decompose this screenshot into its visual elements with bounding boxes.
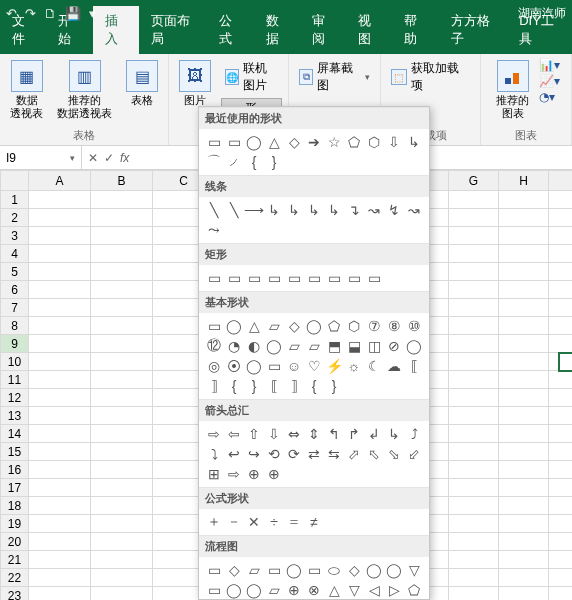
cell[interactable] xyxy=(29,299,91,317)
shape-item[interactable]: ▭ xyxy=(225,269,243,287)
shape-item[interactable]: － xyxy=(225,513,243,531)
cell[interactable] xyxy=(499,353,549,371)
cell[interactable] xyxy=(29,407,91,425)
cell[interactable] xyxy=(91,425,153,443)
cell[interactable] xyxy=(29,425,91,443)
cell[interactable] xyxy=(449,515,499,533)
col-header[interactable]: A xyxy=(29,171,91,191)
shape-item[interactable]: ↳ xyxy=(265,201,283,219)
cell[interactable] xyxy=(29,371,91,389)
cell[interactable] xyxy=(91,407,153,425)
chart-type-icon[interactable]: ◔▾ xyxy=(539,90,560,104)
row-header[interactable]: 20 xyxy=(1,533,29,551)
tab-help[interactable]: 帮助 xyxy=(392,6,438,54)
shape-item[interactable]: ↳ xyxy=(285,201,303,219)
shape-item[interactable]: ⇧ xyxy=(245,425,263,443)
shape-item[interactable]: ⑫ xyxy=(205,337,223,355)
get-addins-button[interactable]: ⬚ 获取加载项 xyxy=(387,58,474,96)
row-header[interactable]: 19 xyxy=(1,515,29,533)
col-header[interactable]: H xyxy=(499,171,549,191)
cell[interactable] xyxy=(499,587,549,601)
shape-item[interactable]: ≠ xyxy=(305,513,323,531)
cell[interactable] xyxy=(549,533,573,551)
cell[interactable] xyxy=(29,551,91,569)
cell[interactable] xyxy=(449,353,499,371)
shape-item[interactable]: ⬃ xyxy=(405,445,423,463)
shape-item[interactable]: ＝ xyxy=(285,513,303,531)
shape-item[interactable]: ↩ xyxy=(225,445,243,463)
cell[interactable] xyxy=(449,587,499,601)
redo-icon[interactable]: ↷ xyxy=(25,6,36,21)
shape-item[interactable]: △ xyxy=(265,133,283,151)
screenshot-button[interactable]: ⧉ 屏幕截图 ▾ xyxy=(295,58,374,96)
cell[interactable] xyxy=(499,479,549,497)
shape-item[interactable]: ▱ xyxy=(265,581,283,599)
shape-item[interactable]: ⇔ xyxy=(285,425,303,443)
shape-item[interactable]: ↯ xyxy=(385,201,403,219)
cell[interactable] xyxy=(91,443,153,461)
cell[interactable] xyxy=(91,389,153,407)
cell[interactable] xyxy=(449,461,499,479)
cell[interactable] xyxy=(499,461,549,479)
cell[interactable] xyxy=(549,299,573,317)
cell[interactable] xyxy=(549,551,573,569)
shape-item[interactable]: ↳ xyxy=(405,133,423,151)
row-header[interactable]: 15 xyxy=(1,443,29,461)
shape-item[interactable]: ⬁ xyxy=(365,445,383,463)
shape-item[interactable]: ↳ xyxy=(305,201,323,219)
tab-formulas[interactable]: 公式 xyxy=(207,6,253,54)
row-header[interactable]: 18 xyxy=(1,497,29,515)
new-icon[interactable]: 🗋 xyxy=(44,6,57,21)
shape-item[interactable]: ▭ xyxy=(365,269,383,287)
shape-item[interactable]: ⑦ xyxy=(365,317,383,335)
row-header[interactable]: 14 xyxy=(1,425,29,443)
row-header[interactable]: 16 xyxy=(1,461,29,479)
recommended-pivot-button[interactable]: ▥ 推荐的 数据透视表 xyxy=(53,58,116,122)
cell[interactable] xyxy=(499,569,549,587)
shape-item[interactable]: ⬀ xyxy=(345,445,363,463)
shape-item[interactable]: ◯ xyxy=(245,581,263,599)
cell[interactable] xyxy=(29,479,91,497)
shape-item[interactable]: ⊞ xyxy=(205,465,223,483)
shape-item[interactable]: ☆ xyxy=(325,133,343,151)
table-button[interactable]: ▤ 表格 xyxy=(122,58,162,109)
shape-item[interactable]: ◎ xyxy=(205,357,223,375)
cell[interactable] xyxy=(449,425,499,443)
shape-item[interactable]: ⟦ xyxy=(265,377,283,395)
cell[interactable] xyxy=(29,209,91,227)
cell[interactable] xyxy=(549,371,573,389)
cell[interactable] xyxy=(549,587,573,601)
cell[interactable] xyxy=(29,497,91,515)
shape-item[interactable]: ◯ xyxy=(285,561,303,579)
shape-item[interactable]: ⟲ xyxy=(265,445,283,463)
cell[interactable] xyxy=(91,335,153,353)
cell[interactable] xyxy=(29,335,91,353)
tab-ffgz[interactable]: 方方格子 xyxy=(439,6,508,54)
shape-item[interactable]: ▭ xyxy=(325,269,343,287)
shape-item[interactable]: ↝ xyxy=(365,201,383,219)
cell[interactable] xyxy=(499,317,549,335)
shape-item[interactable]: ⑧ xyxy=(385,317,403,335)
cell[interactable] xyxy=(91,479,153,497)
shape-item[interactable]: ⬒ xyxy=(325,337,343,355)
shape-item[interactable]: ✕ xyxy=(245,513,263,531)
shape-item[interactable]: ⇩ xyxy=(265,425,283,443)
shape-item[interactable]: ⇆ xyxy=(325,445,343,463)
shape-item[interactable]: ⇩ xyxy=(385,133,403,151)
shape-item[interactable]: ◯ xyxy=(265,337,283,355)
row-header[interactable]: 23 xyxy=(1,587,29,601)
shape-item[interactable]: } xyxy=(325,377,343,395)
qat-more-icon[interactable]: ▾ xyxy=(89,6,96,21)
tab-pagelayout[interactable]: 页面布局 xyxy=(139,6,208,54)
shape-item[interactable]: ↰ xyxy=(325,425,343,443)
shape-item[interactable]: ◇ xyxy=(285,317,303,335)
shape-item[interactable]: ⬡ xyxy=(365,133,383,151)
cell[interactable] xyxy=(449,389,499,407)
cell[interactable] xyxy=(499,227,549,245)
cell[interactable] xyxy=(499,191,549,209)
shape-item[interactable]: ↱ xyxy=(345,425,363,443)
cell[interactable] xyxy=(549,497,573,515)
shape-item[interactable]: ☁ xyxy=(385,357,403,375)
cell[interactable] xyxy=(549,263,573,281)
shape-item[interactable]: ⬭ xyxy=(325,561,343,579)
